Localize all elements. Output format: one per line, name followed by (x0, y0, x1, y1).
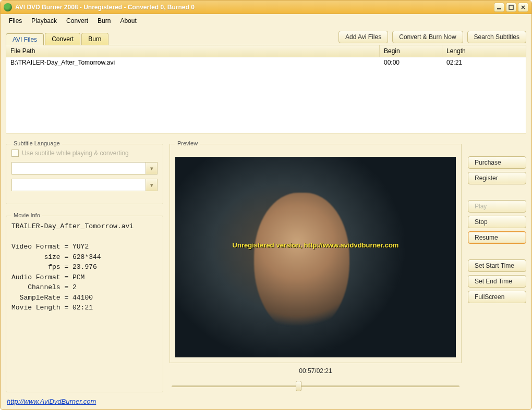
play-button[interactable]: Play (468, 200, 526, 213)
chevron-down-icon[interactable]: ▾ (146, 163, 157, 174)
subtitle-combo-2[interactable]: ▾ (11, 179, 158, 191)
tab-strip: AVI Files Convert Burn (6, 33, 108, 45)
table-row[interactable]: B:\TRAILER-Day_After_Tomorrow.avi 00:00 … (6, 57, 526, 68)
cell-begin: 00:00 (380, 59, 442, 66)
menubar: Files Playback Convert Burn About (1, 14, 531, 28)
client-area: AVI Files Convert Burn Add Avi Files Con… (1, 28, 531, 394)
tab-avi-files[interactable]: AVI Files (6, 33, 44, 45)
maximize-button[interactable] (506, 3, 516, 12)
seek-track (172, 386, 460, 387)
side-buttons: Purchase Register Play Stop Resume Set S… (468, 144, 526, 392)
set-start-time-button[interactable]: Set Start Time (468, 259, 526, 272)
stop-button[interactable]: Stop (468, 216, 526, 228)
menu-convert[interactable]: Convert (62, 16, 92, 26)
tab-convert[interactable]: Convert (45, 33, 80, 45)
close-button[interactable] (518, 3, 528, 12)
watermark-text: Unregistered version, http://www.avidvdb… (233, 241, 399, 249)
website-link[interactable]: http://www.AviDvdBurner.com (7, 397, 96, 405)
col-length[interactable]: Length (442, 45, 510, 57)
tab-burn[interactable]: Burn (81, 33, 108, 45)
subtitle-group: Subtitle Language Use subtitle while pla… (6, 144, 163, 204)
subtitle-title: Subtitle Language (11, 140, 62, 146)
fullscreen-button[interactable]: FullScreen (468, 291, 526, 303)
app-window: AVI DVD Burner 2008 - Unregistered - Con… (0, 0, 532, 410)
col-begin[interactable]: Begin (380, 45, 442, 57)
use-subtitle-label: Use subtitle while playing & converting (22, 150, 129, 157)
movie-info-text: TRAILER-Day_After_Tomorrow.avi Video For… (11, 221, 158, 313)
minimize-button[interactable] (494, 3, 504, 12)
search-subtitles-button[interactable]: Search Subtitles (467, 31, 526, 43)
register-button[interactable]: Register (468, 172, 526, 184)
file-grid[interactable]: File Path Begin Length B:\TRAILER-Day_Af… (6, 45, 526, 133)
set-end-time-button[interactable]: Set End Time (468, 275, 526, 288)
video-preview[interactable]: Unregistered version, http://www.avidvdb… (175, 157, 456, 357)
grid-header: File Path Begin Length (6, 45, 526, 57)
video-frame-subject (254, 193, 349, 333)
svg-rect-0 (497, 8, 501, 9)
footer: http://www.AviDvdBurner.com (1, 394, 531, 409)
titlebar[interactable]: AVI DVD Burner 2008 - Unregistered - Con… (1, 1, 531, 14)
resume-button[interactable]: Resume (468, 231, 526, 244)
movie-info-title: Movie Info (11, 212, 42, 218)
menu-burn[interactable]: Burn (93, 16, 115, 26)
menu-playback[interactable]: Playback (27, 16, 61, 26)
cell-length: 02:21 (442, 59, 510, 66)
purchase-button[interactable]: Purchase (468, 156, 526, 169)
playback-time: 00:57/02:21 (170, 367, 462, 375)
chevron-down-icon[interactable]: ▾ (146, 179, 157, 191)
subtitle-combo-1[interactable]: ▾ (11, 162, 158, 175)
add-avi-files-button[interactable]: Add Avi Files (338, 31, 388, 43)
cell-path: B:\TRAILER-Day_After_Tomorrow.avi (6, 59, 380, 66)
movie-info-group: Movie Info TRAILER-Day_After_Tomorrow.av… (6, 216, 163, 392)
menu-about[interactable]: About (116, 16, 140, 26)
convert-burn-now-button[interactable]: Convert & Burn Now (392, 31, 463, 43)
seek-thumb[interactable] (296, 381, 301, 391)
preview-group: Preview Unregistered version, http://www… (170, 144, 462, 363)
preview-title: Preview (175, 140, 200, 146)
col-file-path[interactable]: File Path (6, 45, 380, 57)
menu-files[interactable]: Files (5, 16, 26, 26)
window-title: AVI DVD Burner 2008 - Unregistered - Con… (15, 4, 494, 11)
seek-slider[interactable] (172, 381, 460, 391)
app-icon (4, 3, 12, 11)
svg-rect-1 (509, 5, 513, 9)
use-subtitle-checkbox[interactable] (11, 150, 19, 157)
